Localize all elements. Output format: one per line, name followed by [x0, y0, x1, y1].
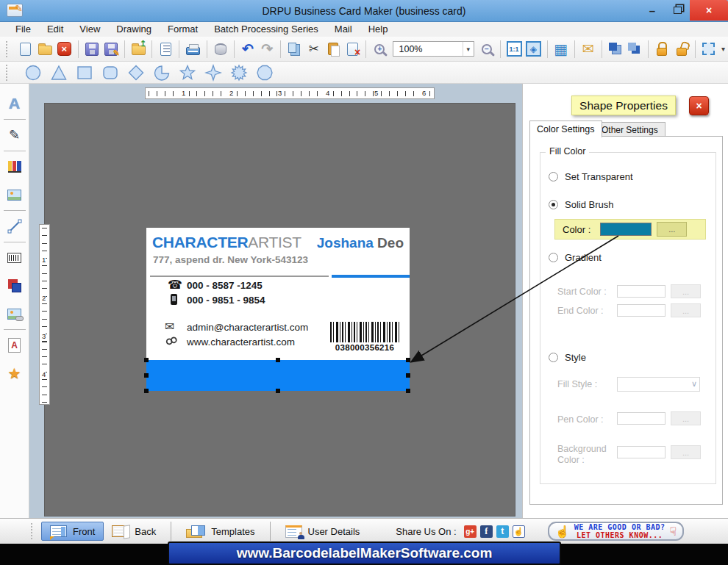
lock-button[interactable]: [652, 39, 671, 60]
background-color-picker-button[interactable]: ...: [671, 445, 701, 459]
close-button[interactable]: ×: [690, 0, 728, 21]
selection-tool-dropdown[interactable]: ▾: [718, 39, 728, 60]
card-brand-text[interactable]: CHARACTERARTIST: [152, 234, 301, 251]
business-card[interactable]: CHARACTERARTIST Joshana Deo 777, aspend …: [146, 228, 410, 391]
selection-handle[interactable]: [144, 358, 149, 362]
signature-tool-button[interactable]: ✎: [0, 121, 29, 149]
shape-star4-button[interactable]: [204, 64, 222, 82]
bring-to-front-button[interactable]: [606, 39, 625, 60]
user-details-button[interactable]: User Details: [277, 522, 368, 541]
selection-handle[interactable]: [276, 358, 280, 362]
front-view-button[interactable]: Front: [41, 522, 104, 541]
combobox-arrow-icon[interactable]: ▾: [463, 42, 474, 56]
card-person-name[interactable]: Joshana Deo: [317, 235, 404, 251]
start-color-picker-button[interactable]: ...: [671, 284, 701, 298]
set-transparent-option[interactable]: Set Transparent: [549, 171, 633, 182]
preview-button[interactable]: [156, 39, 175, 60]
open-file-button[interactable]: [35, 39, 54, 60]
selection-handle[interactable]: [406, 373, 410, 378]
selection-handle[interactable]: [406, 389, 410, 393]
picture-tool-button[interactable]: [0, 300, 29, 328]
menu-edit[interactable]: Edit: [39, 22, 71, 37]
shape-pie-button[interactable]: [153, 64, 171, 82]
grid-button[interactable]: ▦: [551, 39, 570, 60]
card-phone-number[interactable]: 000 - 8587 -1245: [187, 280, 263, 291]
menu-view[interactable]: View: [71, 22, 108, 37]
facebook-icon[interactable]: f: [480, 525, 493, 538]
tab-color-settings[interactable]: Color Settings: [529, 120, 602, 137]
paste-button[interactable]: [324, 39, 343, 60]
templates-button[interactable]: Templates: [178, 522, 263, 541]
feedback-button[interactable]: ☝ WE ARE GOOD OR BAD? LET OTHERS KNOW...…: [548, 522, 685, 541]
menu-help[interactable]: Help: [360, 22, 396, 37]
selection-handle[interactable]: [144, 389, 149, 393]
export-button[interactable]: ↥: [129, 39, 148, 60]
gradient-radio[interactable]: [549, 253, 558, 262]
actual-size-button[interactable]: 1:1: [504, 39, 524, 60]
text-tool-button[interactable]: A: [0, 90, 29, 118]
shape-diamond-button[interactable]: [127, 64, 145, 82]
new-document-button[interactable]: [16, 39, 35, 60]
shape-polygon-button[interactable]: [256, 64, 274, 82]
card-address[interactable]: 777, aspend dr. New York-543123: [153, 254, 308, 265]
close-file-button[interactable]: ×: [54, 39, 74, 60]
layers-tool-button[interactable]: [0, 272, 29, 300]
shape-burst-button[interactable]: [230, 64, 248, 82]
shape-rounded-rectangle-button[interactable]: [101, 64, 119, 82]
line-tool-button[interactable]: [0, 212, 29, 240]
start-color-field[interactable]: [617, 285, 665, 298]
send-to-back-button[interactable]: [625, 39, 644, 60]
card-email[interactable]: admin@characterartist.com: [187, 322, 308, 333]
color-picker-button[interactable]: ...: [657, 222, 687, 237]
maximize-button[interactable]: [665, 1, 690, 19]
end-color-field[interactable]: [617, 304, 665, 317]
solid-brush-radio[interactable]: [549, 200, 558, 209]
fill-style-dropdown[interactable]: ∨: [617, 377, 700, 392]
menu-file[interactable]: File: [7, 22, 39, 37]
shape-star5-button[interactable]: [179, 64, 196, 82]
save-button[interactable]: [82, 39, 101, 60]
menu-drawing[interactable]: Drawing: [108, 22, 160, 37]
shape-triangle-button[interactable]: [50, 64, 68, 82]
pen-color-field[interactable]: [617, 412, 665, 425]
color-swatch[interactable]: [600, 223, 652, 236]
redo-button[interactable]: ↷: [257, 39, 276, 60]
solid-brush-option[interactable]: Solid Brush: [549, 199, 613, 210]
like-icon[interactable]: ☝: [513, 525, 525, 538]
zoom-level-combobox[interactable]: 100% ▾: [393, 41, 474, 57]
shape-rectangle-button[interactable]: [76, 64, 93, 82]
background-color-field[interactable]: [617, 446, 665, 458]
custom-shape-tool-button[interactable]: ★: [0, 359, 29, 387]
back-view-button[interactable]: Back: [104, 522, 164, 540]
cut-button[interactable]: ✂: [304, 39, 324, 60]
card-mobile-number[interactable]: 000 - 9851 - 9854: [187, 295, 265, 306]
word-art-tool-button[interactable]: A: [0, 331, 29, 359]
card-website[interactable]: www.characterartist.com: [187, 337, 295, 348]
library-tool-button[interactable]: [0, 153, 29, 181]
zoom-in-button[interactable]: +: [370, 39, 389, 60]
database-button[interactable]: [211, 39, 230, 60]
copy-button[interactable]: [285, 39, 304, 60]
zoom-out-button[interactable]: −: [477, 39, 496, 60]
print-button[interactable]: [183, 39, 202, 60]
pen-color-picker-button[interactable]: ...: [671, 411, 701, 425]
style-option[interactable]: Style: [549, 352, 586, 363]
barcode-tool-button[interactable]: [0, 244, 29, 272]
tab-other-settings[interactable]: Other Settings: [594, 122, 665, 137]
google-plus-icon[interactable]: g+: [464, 525, 477, 538]
style-radio[interactable]: [549, 353, 558, 362]
image-tool-button[interactable]: [0, 181, 29, 209]
website-banner[interactable]: www.BarcodelabelMakerSoftware.com: [168, 541, 561, 565]
menu-batch-processing-series[interactable]: Batch Processing Series: [206, 22, 326, 37]
end-color-picker-button[interactable]: ...: [671, 303, 701, 317]
menu-format[interactable]: Format: [160, 22, 206, 37]
shape-ellipse-button[interactable]: [24, 64, 42, 82]
selected-shape-blue-bar[interactable]: [146, 360, 410, 391]
unlock-button[interactable]: [672, 39, 691, 60]
gradient-option[interactable]: Gradient: [549, 252, 602, 263]
menu-mail[interactable]: Mail: [326, 22, 360, 37]
undo-button[interactable]: ↶: [238, 39, 257, 60]
send-mail-button[interactable]: ✉: [579, 39, 598, 60]
panel-close-button[interactable]: ×: [689, 96, 709, 115]
card-barcode[interactable]: 038000356216: [330, 322, 399, 352]
